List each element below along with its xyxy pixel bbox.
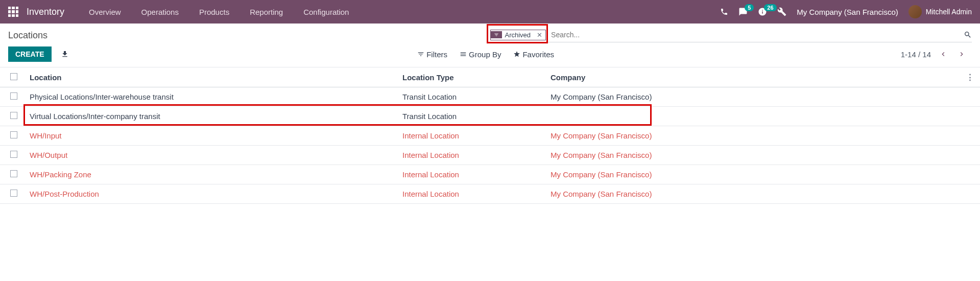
table-row[interactable]: WH/InputInternal LocationMy Company (San… xyxy=(0,126,980,146)
search-input[interactable] xyxy=(549,29,964,41)
row-checkbox[interactable] xyxy=(10,92,17,100)
control-panel: Locations Archived ✕ CREATE Filters xyxy=(0,24,980,67)
activity-icon[interactable]: 26 xyxy=(758,7,767,16)
search-area: Archived ✕ xyxy=(490,29,972,42)
cell-type[interactable]: Internal Location xyxy=(396,126,544,146)
cell-type[interactable]: Transit Location xyxy=(396,107,544,126)
table-row[interactable]: WH/OutputInternal LocationMy Company (Sa… xyxy=(0,146,980,165)
search-toolbar: Filters Group By Favorites xyxy=(417,50,554,59)
column-options-icon[interactable]: ⋮ xyxy=(966,73,974,81)
table-row[interactable]: Virtual Locations/Inter-company transitT… xyxy=(0,107,980,126)
tools-icon[interactable] xyxy=(777,7,786,16)
table-wrap: Location Location Type Company ⋮ Physica… xyxy=(0,67,980,204)
cell-type[interactable]: Internal Location xyxy=(396,146,544,165)
col-header-type[interactable]: Location Type xyxy=(396,67,544,87)
cell-type[interactable]: Internal Location xyxy=(396,165,544,184)
activity-badge: 26 xyxy=(764,4,776,11)
user-menu[interactable]: Mitchell Admin xyxy=(909,5,972,18)
topbar-right: 5 26 My Company (San Francisco) Mitchell… xyxy=(720,5,972,18)
pager-text: 1-14 / 14 xyxy=(901,50,931,59)
col-header-location[interactable]: Location xyxy=(23,67,396,87)
table-row[interactable]: WH/Packing ZoneInternal LocationMy Compa… xyxy=(0,165,980,184)
pager: 1-14 / 14 xyxy=(901,48,972,60)
nav-operations[interactable]: Operations xyxy=(133,4,187,20)
favorites-button[interactable]: Favorites xyxy=(513,50,554,59)
messages-badge: 5 xyxy=(745,4,754,11)
row-checkbox[interactable] xyxy=(10,112,17,119)
row-checkbox[interactable] xyxy=(10,151,17,158)
filters-label: Filters xyxy=(426,50,447,59)
apps-icon[interactable] xyxy=(8,7,18,17)
search-icon[interactable] xyxy=(964,31,972,39)
filter-tag-label: Archived xyxy=(502,30,534,40)
groupby-button[interactable]: Group By xyxy=(460,50,501,59)
cell-location[interactable]: WH/Post-Production xyxy=(23,184,396,204)
avatar xyxy=(909,5,922,18)
nav-overview[interactable]: Overview xyxy=(81,4,129,20)
phone-icon[interactable] xyxy=(720,8,728,16)
table-header-row: Location Location Type Company ⋮ xyxy=(0,67,980,87)
select-all-checkbox[interactable] xyxy=(10,73,17,80)
nav-configuration[interactable]: Configuration xyxy=(295,4,357,20)
nav-reporting[interactable]: Reporting xyxy=(242,4,291,20)
cell-location[interactable]: Physical Locations/Inter-warehouse trans… xyxy=(23,87,396,107)
cell-company[interactable] xyxy=(544,107,960,126)
groupby-label: Group By xyxy=(469,50,501,59)
cell-company[interactable]: My Company (San Francisco) xyxy=(544,146,960,165)
main-nav: Overview Operations Products Reporting C… xyxy=(81,4,357,20)
cell-company[interactable]: My Company (San Francisco) xyxy=(544,165,960,184)
row-checkbox[interactable] xyxy=(10,170,17,177)
table-row[interactable]: WH/Post-ProductionInternal LocationMy Co… xyxy=(0,184,980,204)
page-title: Locations xyxy=(8,30,490,41)
nav-products[interactable]: Products xyxy=(191,4,237,20)
cell-company[interactable]: My Company (San Francisco) xyxy=(544,126,960,146)
cell-location[interactable]: WH/Output xyxy=(23,146,396,165)
cell-location[interactable]: WH/Input xyxy=(23,126,396,146)
filter-tag-archived[interactable]: Archived ✕ xyxy=(490,30,546,40)
download-icon[interactable] xyxy=(59,48,71,60)
cell-type[interactable]: Transit Location xyxy=(396,87,544,107)
pager-next-icon[interactable] xyxy=(955,48,968,60)
col-header-company[interactable]: Company xyxy=(544,67,960,87)
cell-company[interactable]: My Company (San Francisco) xyxy=(544,184,960,204)
locations-table: Location Location Type Company ⋮ Physica… xyxy=(0,67,980,204)
table-row[interactable]: Physical Locations/Inter-warehouse trans… xyxy=(0,87,980,107)
user-name: Mitchell Admin xyxy=(926,8,972,16)
filters-button[interactable]: Filters xyxy=(417,50,447,59)
pager-prev-icon[interactable] xyxy=(937,48,949,60)
favorites-label: Favorites xyxy=(522,50,554,59)
row-checkbox[interactable] xyxy=(10,131,17,138)
filter-icon xyxy=(491,31,502,38)
cell-location[interactable]: Virtual Locations/Inter-company transit xyxy=(23,107,396,126)
filter-tag-remove[interactable]: ✕ xyxy=(534,30,545,40)
messages-icon[interactable]: 5 xyxy=(738,7,748,16)
cell-company[interactable]: My Company (San Francisco) xyxy=(544,87,960,107)
topbar: Inventory Overview Operations Products R… xyxy=(0,0,980,24)
cell-location[interactable]: WH/Packing Zone xyxy=(23,165,396,184)
brand-title[interactable]: Inventory xyxy=(27,7,64,17)
company-selector[interactable]: My Company (San Francisco) xyxy=(797,8,898,16)
cell-type[interactable]: Internal Location xyxy=(396,184,544,204)
create-button[interactable]: CREATE xyxy=(8,46,52,62)
row-checkbox[interactable] xyxy=(10,190,17,197)
